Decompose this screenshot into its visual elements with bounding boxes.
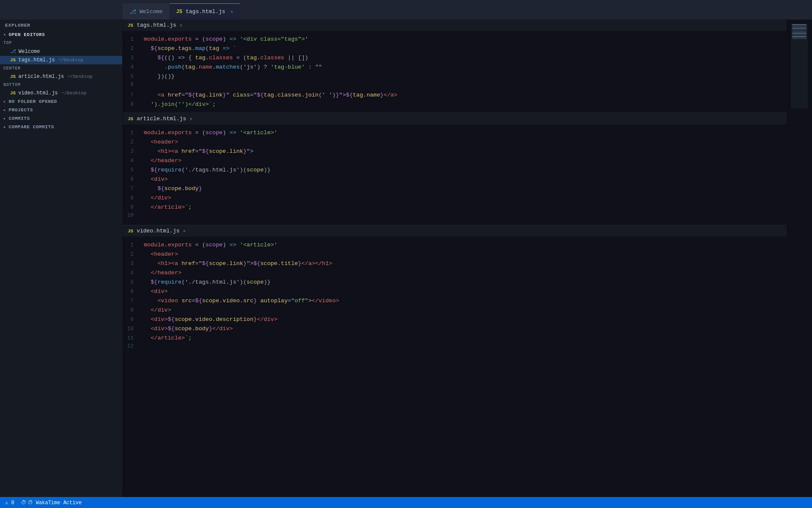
code-line: 3 <h1><a href="${scope.link}">	[123, 147, 787, 156]
token: </article>	[151, 335, 185, 341]
token: =	[192, 242, 202, 248]
token: scope.video.src	[202, 298, 254, 304]
line-code: ${require('./tags.html.js')(scope)}	[144, 166, 271, 175]
open-editors-header[interactable]: ▾ OPEN EDITORS	[0, 30, 122, 39]
tab-tags[interactable]: JS tags.html.js ✕	[170, 3, 240, 19]
chevron-right-icon-4: ▸	[3, 124, 6, 130]
token	[257, 298, 260, 304]
sidebar-item-commits[interactable]: ▸ COMMITS	[0, 114, 122, 123]
file-video-path: ~/Desktop	[61, 91, 86, 96]
token: scope.link	[209, 148, 243, 155]
token: scope	[247, 279, 264, 285]
tab-welcome[interactable]: ⎇ Welcome	[123, 3, 170, 19]
sidebar-item-no-folder[interactable]: ▸ NO FOLDER OPENED	[0, 97, 122, 106]
status-wakatime[interactable]: ⏱ ⏱ WakaTime Active	[21, 500, 82, 506]
token: src	[181, 298, 192, 304]
token: ${	[168, 326, 175, 332]
code-line: 7 <a href="${tag.link}" class="${tag.cla…	[123, 91, 787, 100]
token: scope.title	[260, 260, 298, 267]
code-line: 7 ${scope.body}	[123, 184, 787, 193]
line-code: <video src=${scope.video.src} autoplay="…	[144, 296, 339, 306]
token: <header>	[151, 139, 178, 145]
tab-bar: ⎇ Welcome JS tags.html.js ✕	[0, 0, 812, 19]
code-line: 9 </article>`;	[123, 203, 787, 212]
line-code: </header>	[144, 156, 181, 166]
token: </header>	[151, 157, 181, 164]
compare-commits-label: COMPARE COMMITS	[9, 124, 54, 130]
token: </article>	[151, 204, 185, 210]
token: <a	[171, 260, 178, 267]
file-article-name: article.html.js	[18, 74, 64, 80]
code-line: 1module.exports = (scope) => '<div class…	[123, 35, 787, 44]
panel-close-video[interactable]: ✕	[183, 228, 186, 234]
token: =>	[219, 45, 233, 52]
token	[144, 45, 151, 52]
token: ${	[157, 55, 164, 61]
code-line: 6	[123, 81, 787, 91]
minimap	[791, 24, 808, 108]
line-number: 3	[123, 55, 144, 61]
file-tags-name: tags.html.js	[18, 57, 55, 63]
token: ">	[305, 298, 312, 304]
token	[144, 204, 151, 210]
line-number: 7	[123, 92, 144, 98]
sidebar-item-article[interactable]: JS article.html.js ~/Desktop	[0, 72, 122, 81]
token	[144, 279, 151, 285]
token	[144, 101, 151, 108]
token: )}	[264, 167, 271, 173]
tab-close-tags[interactable]: ✕	[230, 9, 233, 14]
status-errors[interactable]: ⚠ 0	[5, 500, 14, 506]
token: ${	[202, 260, 209, 267]
line-number: 3	[123, 148, 144, 155]
sidebar-item-welcome[interactable]: ⎇ Welcome	[0, 47, 122, 56]
token: tag.classes.join	[264, 92, 319, 98]
token	[144, 176, 151, 182]
token	[230, 92, 233, 98]
sidebar-title: EXPLORER	[0, 19, 122, 30]
line-number: 11	[123, 335, 144, 341]
token: =	[192, 130, 202, 136]
subsection-center: CENTER	[0, 64, 122, 72]
token	[144, 167, 151, 173]
line-number: 12	[123, 343, 144, 349]
sidebar-item-compare-commits[interactable]: ▸ COMPARE COMMITS	[0, 123, 122, 131]
token: module	[144, 130, 165, 136]
token	[144, 288, 151, 295]
commits-label: COMMITS	[9, 116, 30, 121]
sidebar-item-video[interactable]: JS video.html.js ~/Desktop	[0, 89, 122, 97]
panel-close-tags[interactable]: ✕	[180, 22, 183, 28]
code-line: 6 <div>	[123, 175, 787, 184]
sidebar-item-projects[interactable]: ▸ PROJECTS	[0, 106, 122, 114]
code-line: 11 </article>`;	[123, 334, 787, 343]
token: require	[157, 167, 181, 173]
line-number: 1	[123, 130, 144, 136]
sidebar-item-tags[interactable]: JS tags.html.js ~/Desktop	[0, 56, 122, 64]
line-number: 8	[123, 101, 144, 108]
code-line: 1module.exports = (scope) => '<article>'	[123, 240, 787, 250]
panel-label-article: article.html.js	[137, 116, 186, 122]
token: }	[336, 92, 339, 98]
token: ${	[257, 92, 263, 98]
code-line: 10	[123, 212, 787, 221]
panel-header-video: JSvideo.html.js✕	[123, 225, 787, 237]
token: require	[157, 279, 181, 285]
token: ${	[253, 260, 260, 267]
panel-close-article[interactable]: ✕	[189, 116, 192, 121]
line-number: 2	[123, 139, 144, 145]
line-number: 10	[123, 326, 144, 332]
token: exports	[168, 130, 192, 136]
token: classes	[209, 55, 233, 61]
chevron-right-icon-2: ▸	[3, 108, 6, 113]
token: <div>	[151, 326, 168, 332]
token: tag.name	[353, 92, 380, 98]
line-number: 10	[123, 212, 144, 218]
token: </div>	[212, 326, 233, 332]
code-line: 3 ${(() => { tag.classes = (tag.classes …	[123, 53, 787, 63]
token	[178, 298, 181, 304]
token: tag	[185, 64, 195, 70]
token: scope	[206, 242, 223, 248]
line-code: <div>${scope.video.description}</div>	[144, 315, 277, 324]
line-code: module.exports = (scope) => '<article>'	[144, 128, 277, 138]
code-area: JStags.html.js✕1module.exports = (scope)…	[123, 19, 787, 497]
code-line: 9 <div>${scope.video.description}</div>	[123, 315, 787, 324]
